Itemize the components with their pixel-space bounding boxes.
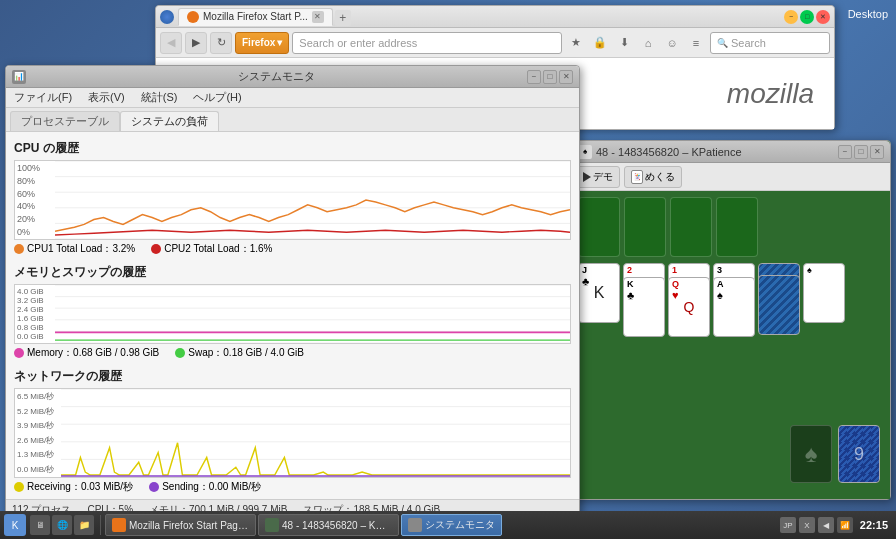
tray-sound-icon[interactable]: ◀ (818, 517, 834, 533)
kpatience-suit-4b: ♠ (717, 289, 751, 301)
kpatience-spade-pile[interactable]: ♠ (790, 425, 832, 483)
taskbar-app-kpatience[interactable]: 48 - 1483456820 – KPatience (258, 514, 399, 536)
firefox-home-icon[interactable]: ⌂ (637, 32, 659, 54)
tray-lang-icon[interactable]: JP (780, 517, 796, 533)
kpatience-stock-icon: 9 (854, 444, 864, 465)
kpatience-toolbar: デモ 🃏 めくる (572, 163, 890, 191)
kpatience-card-4b[interactable]: A ♠ (713, 277, 755, 337)
sysmon-icon: 📊 (12, 70, 26, 84)
kpatience-card-2b[interactable]: K ♣ (623, 277, 665, 337)
firefox-forward-button[interactable]: ▶ (185, 32, 207, 54)
mem-chart-title: メモリとスワップの履歴 (14, 264, 571, 281)
tray-network-icon[interactable]: 📶 (837, 517, 853, 533)
firefox-taskbar-icon (112, 518, 126, 532)
firefox-sync-icon[interactable]: ☺ (661, 32, 683, 54)
mem-chart-section: メモリとスワップの履歴 4.0 GiB 3.2 GiB 2.4 GiB 1.6 … (14, 264, 571, 360)
mem-yaxis: 4.0 GiB 3.2 GiB 2.4 GiB 1.6 GiB 0.8 GiB … (15, 285, 55, 343)
firefox-tabs: Mozilla Firefox Start P... ✕ + (174, 8, 784, 26)
firefox-tab-close[interactable]: ✕ (312, 11, 324, 23)
sysmon-window: 📊 システムモニタ − □ ✕ ファイル(F) 表示(V) 統計(S) ヘルプ(… (5, 65, 580, 520)
memory-legend-label: Memory：0.68 GiB / 0.98 GiB (27, 346, 159, 360)
firefox-toolbar: ◀ ▶ ↻ Firefox ▾ Search or enter address … (156, 28, 834, 58)
kpatience-demo-button[interactable]: デモ (576, 166, 620, 188)
kpatience-foundation-3[interactable] (670, 197, 712, 257)
sysmon-content: CPU の履歴 100% 80% 60% 40% 20% 0% (6, 132, 579, 499)
kpatience-card-jc[interactable]: J ♣ K (578, 263, 620, 323)
tray-x-icon[interactable]: X (799, 517, 815, 533)
firefox-new-tab-button[interactable]: + (335, 10, 351, 26)
firefox-tab-active[interactable]: Mozilla Firefox Start P... ✕ (178, 8, 333, 26)
kpatience-card-6a[interactable]: ♠ (803, 263, 845, 323)
tray-lang-label: JP (783, 521, 792, 530)
kpatience-foundation-4[interactable] (716, 197, 758, 257)
kpatience-card-3b[interactable]: Q ♥ Q (668, 277, 710, 337)
sysmon-close-button[interactable]: ✕ (559, 70, 573, 84)
sysmon-menu-file[interactable]: ファイル(F) (10, 90, 76, 105)
taskbar-icon-2[interactable]: 🌐 (52, 515, 72, 535)
cpu-yaxis-20: 20% (17, 214, 53, 224)
firefox-menu-icon[interactable]: ≡ (685, 32, 707, 54)
kpatience-stock-pile[interactable]: 9 (838, 425, 880, 483)
sysmon-title: システムモニタ (30, 69, 523, 84)
mem-chart-area (55, 285, 570, 343)
firefox-minimize-button[interactable]: − (784, 10, 798, 24)
kpatience-col-1: J ♣ K (578, 263, 620, 343)
kpatience-game-area: J ♣ K 2 ♦ K ♣ (572, 191, 890, 499)
taskbar-app-firefox[interactable]: Mozilla Firefox Start Page - Mozilla Fi.… (105, 514, 256, 536)
taskbar: K 🖥 🌐 📁 Mozilla Firefox Start Page - Moz… (0, 511, 896, 539)
cpu-chart-container: 100% 80% 60% 40% 20% 0% (14, 160, 571, 240)
firefox-url-bar[interactable]: Search or enter address (292, 32, 562, 54)
firefox-refresh-button[interactable]: ↻ (210, 32, 232, 54)
firefox-close-button[interactable]: ✕ (816, 10, 830, 24)
kpatience-tableau: J ♣ K 2 ♦ K ♣ (578, 263, 884, 343)
sysmon-menu-help[interactable]: ヘルプ(H) (189, 90, 245, 105)
sysmon-tab-sysload[interactable]: システムの負荷 (120, 111, 219, 131)
net-yaxis-26: 2.6 MiB/秒 (17, 435, 59, 446)
memory-legend: Memory：0.68 GiB / 0.98 GiB (14, 346, 159, 360)
taskbar-icon-1[interactable]: 🖥 (30, 515, 50, 535)
firefox-bookmark-icon[interactable]: ★ (565, 32, 587, 54)
kpatience-face-down-2[interactable] (758, 275, 800, 335)
firefox-menu-button[interactable]: Firefox ▾ (235, 32, 289, 54)
firefox-tab-icon (187, 11, 199, 23)
kpatience-col-6: ♠ (803, 263, 845, 343)
mem-chart-container: 4.0 GiB 3.2 GiB 2.4 GiB 1.6 GiB 0.8 GiB … (14, 284, 571, 344)
firefox-titlebar: Mozilla Firefox Start P... ✕ + − □ ✕ (156, 6, 834, 28)
sysmon-maximize-button[interactable]: □ (543, 70, 557, 84)
taskbar-icon-3[interactable]: 📁 (74, 515, 94, 535)
taskbar-start-button[interactable]: K (4, 514, 26, 536)
firefox-globe-icon (160, 10, 174, 24)
kpatience-queen-center: Q (684, 299, 695, 315)
sysmon-tab-processes[interactable]: プロセステーブル (10, 111, 120, 131)
cpu1-legend-label: CPU1 Total Load：3.2% (27, 242, 135, 256)
cpu1-legend: CPU1 Total Load：3.2% (14, 242, 135, 256)
firefox-lock-icon[interactable]: 🔒 (589, 32, 611, 54)
firefox-search-box[interactable]: 🔍 Search (710, 32, 830, 54)
kpatience-col-2: 2 ♦ K ♣ (623, 263, 665, 343)
firefox-maximize-button[interactable]: □ (800, 10, 814, 24)
taskbar-app-sysmon[interactable]: システムモニタ (401, 514, 502, 536)
swap-dot (175, 348, 185, 358)
kpatience-close-button[interactable]: ✕ (870, 145, 884, 159)
cpu-yaxis-80: 80% (17, 176, 53, 186)
kpatience-minimize-button[interactable]: − (838, 145, 852, 159)
sysmon-minimize-button[interactable]: − (527, 70, 541, 84)
sysmon-window-controls: − □ ✕ (527, 70, 573, 84)
sysmon-menubar: ファイル(F) 表示(V) 統計(S) ヘルプ(H) (6, 88, 579, 108)
kpatience-foundation-2[interactable] (624, 197, 666, 257)
kpatience-maximize-button[interactable]: □ (854, 145, 868, 159)
firefox-download-icon[interactable]: ⬇ (613, 32, 635, 54)
net-yaxis-39: 3.9 MiB/秒 (17, 420, 59, 431)
sysmon-menu-view[interactable]: 表示(V) (84, 90, 129, 105)
sysmon-menu-stats[interactable]: 統計(S) (137, 90, 182, 105)
firefox-menu-arrow: ▾ (277, 37, 282, 48)
net-legend: Receiving：0.03 MiB/秒 Sending：0.00 MiB/秒 (14, 480, 571, 494)
sysmon-taskbar-icon (408, 518, 422, 532)
kpatience-hint-button[interactable]: 🃏 めくる (624, 166, 682, 188)
net-chart-section: ネットワークの履歴 6.5 MiB/秒 5.2 MiB/秒 3.9 MiB/秒 … (14, 368, 571, 494)
kpatience-col-3: 1 ♥ Q ♥ Q (668, 263, 710, 343)
firefox-window-controls: − □ ✕ (784, 10, 830, 24)
kpatience-foundation-1[interactable] (578, 197, 620, 257)
net-yaxis-13: 1.3 MiB/秒 (17, 449, 59, 460)
firefox-back-button[interactable]: ◀ (160, 32, 182, 54)
